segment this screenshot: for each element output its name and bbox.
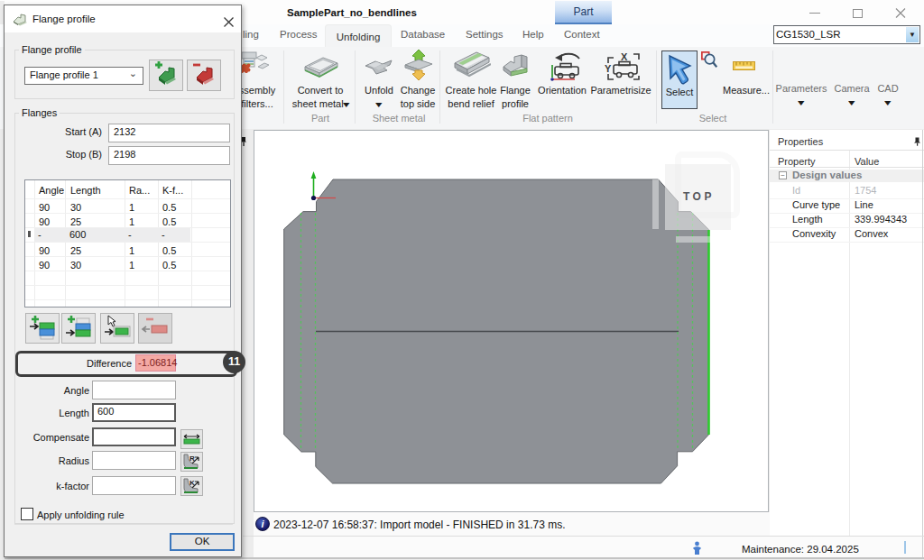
svg-text:Y: Y: [605, 63, 612, 74]
svg-text:X: X: [621, 52, 628, 62]
